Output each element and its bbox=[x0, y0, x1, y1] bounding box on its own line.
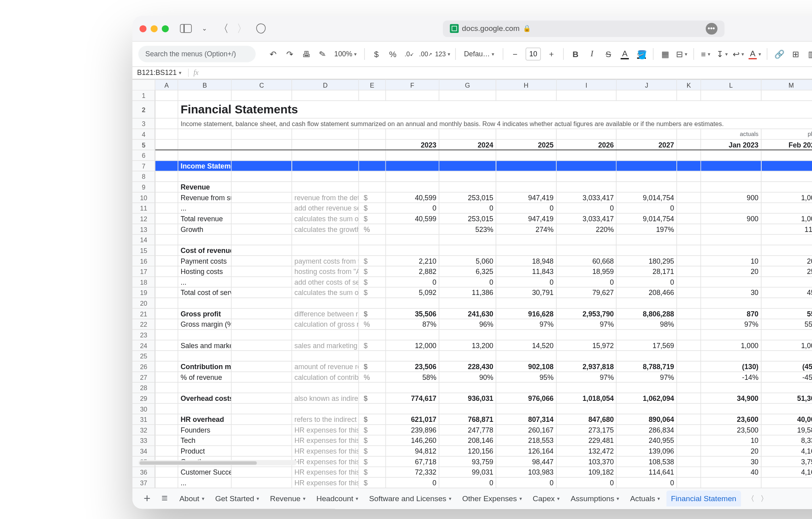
cell[interactable] bbox=[385, 245, 439, 256]
cell[interactable]: 40 bbox=[701, 467, 761, 477]
cell[interactable]: 900 bbox=[701, 192, 761, 203]
cell[interactable] bbox=[155, 256, 178, 266]
cell[interactable] bbox=[701, 150, 761, 161]
row-header[interactable]: 28 bbox=[132, 382, 155, 393]
table-row[interactable]: 19Total cost of servicecalculates the su… bbox=[132, 287, 812, 298]
cell[interactable] bbox=[155, 224, 178, 235]
cell[interactable] bbox=[385, 350, 439, 361]
privacy-shield-button[interactable] bbox=[255, 22, 268, 35]
table-row[interactable]: 34ProductHR expenses for this$94,812120,… bbox=[132, 446, 812, 456]
cell[interactable]: 5,092 bbox=[385, 287, 439, 298]
cell[interactable] bbox=[178, 171, 232, 182]
cell[interactable]: calculates the sum o bbox=[292, 213, 359, 224]
cell[interactable]: 976,066 bbox=[496, 393, 556, 404]
cell[interactable] bbox=[496, 329, 556, 340]
column-header[interactable]: H bbox=[496, 80, 556, 90]
cell[interactable] bbox=[178, 90, 232, 101]
cell[interactable] bbox=[292, 350, 359, 361]
cell[interactable]: 60,668 bbox=[556, 256, 617, 266]
cell[interactable] bbox=[232, 446, 292, 456]
cell[interactable] bbox=[556, 404, 617, 414]
print-button[interactable]: 🖶 bbox=[299, 46, 313, 61]
cell[interactable] bbox=[617, 182, 677, 192]
cell[interactable]: 847,680 bbox=[556, 414, 617, 425]
cell[interactable] bbox=[761, 350, 812, 361]
cell[interactable] bbox=[232, 361, 292, 372]
row-header[interactable]: 37 bbox=[132, 477, 155, 488]
cell[interactable] bbox=[232, 161, 292, 171]
italic-button[interactable]: I bbox=[585, 46, 599, 61]
cell[interactable] bbox=[439, 298, 496, 308]
cell[interactable]: $ bbox=[359, 425, 386, 435]
cell[interactable] bbox=[359, 140, 386, 150]
cell[interactable] bbox=[155, 129, 178, 140]
cell[interactable] bbox=[761, 150, 812, 161]
cell[interactable] bbox=[677, 361, 701, 372]
cell[interactable]: Revenue bbox=[178, 182, 232, 192]
cell[interactable] bbox=[761, 329, 812, 340]
cell[interactable] bbox=[292, 234, 359, 245]
cell[interactable]: 2024 bbox=[439, 140, 496, 150]
cell[interactable] bbox=[232, 319, 292, 329]
cell[interactable]: 20 bbox=[701, 446, 761, 456]
cell[interactable]: 97% bbox=[556, 319, 617, 329]
cell[interactable] bbox=[155, 446, 178, 456]
cell[interactable] bbox=[677, 308, 701, 319]
cell[interactable]: 30 bbox=[701, 456, 761, 467]
cell[interactable]: HR expenses for this bbox=[292, 467, 359, 477]
table-row[interactable]: 23 bbox=[132, 329, 812, 340]
cell[interactable]: 126,164 bbox=[496, 446, 556, 456]
cell[interactable] bbox=[232, 382, 292, 393]
column-header[interactable]: L bbox=[701, 80, 761, 90]
cell[interactable] bbox=[155, 361, 178, 372]
cell[interactable] bbox=[359, 129, 386, 140]
cell[interactable]: 0 bbox=[496, 477, 556, 488]
cell[interactable] bbox=[701, 329, 761, 340]
cell[interactable]: 11,386 bbox=[439, 287, 496, 298]
row-header[interactable]: 12 bbox=[132, 213, 155, 224]
table-row[interactable]: 24Sales and marketing spendsales and mar… bbox=[132, 340, 812, 351]
cell[interactable] bbox=[232, 467, 292, 477]
cell[interactable] bbox=[359, 234, 386, 245]
font-size-input[interactable]: 10 bbox=[526, 48, 541, 61]
cell[interactable]: ... bbox=[178, 277, 232, 287]
cell[interactable] bbox=[677, 435, 701, 446]
row-header[interactable]: 8 bbox=[132, 171, 155, 182]
cell[interactable]: $ bbox=[359, 340, 386, 351]
cell[interactable]: $ bbox=[359, 266, 386, 277]
cell[interactable]: 2,953,790 bbox=[556, 308, 617, 319]
table-row[interactable]: 13Growthcalculates the growth%523%274%22… bbox=[132, 224, 812, 235]
cell[interactable]: actuals bbox=[701, 129, 761, 140]
forward-button[interactable]: 〉 bbox=[236, 22, 249, 35]
cell[interactable]: 0 bbox=[496, 203, 556, 213]
cell[interactable]: Income statement, balance sheet, and cas… bbox=[178, 118, 812, 129]
cell[interactable] bbox=[155, 171, 178, 182]
row-header[interactable]: 22 bbox=[132, 319, 155, 329]
cell[interactable]: 109,182 bbox=[556, 467, 617, 477]
cell[interactable]: 774,617 bbox=[385, 393, 439, 404]
cell[interactable] bbox=[232, 203, 292, 213]
cell[interactable] bbox=[439, 171, 496, 182]
spreadsheet-grid[interactable]: ABCDEFGHIJKLMNO 12Financial Statements3I… bbox=[132, 79, 812, 488]
table-row[interactable]: 29Overhead costsalso known as indire$774… bbox=[132, 393, 812, 404]
cell[interactable]: 902,108 bbox=[496, 361, 556, 372]
cell[interactable] bbox=[155, 372, 178, 383]
cell[interactable]: 35,506 bbox=[385, 308, 439, 319]
cell[interactable]: 99,031 bbox=[439, 467, 496, 477]
cell[interactable]: 1,018,054 bbox=[556, 393, 617, 404]
cell[interactable]: 12,000 bbox=[385, 340, 439, 351]
cell[interactable]: 97% bbox=[617, 372, 677, 383]
cell[interactable] bbox=[556, 171, 617, 182]
cell[interactable] bbox=[677, 329, 701, 340]
cell[interactable]: payment costs from t bbox=[292, 256, 359, 266]
cell[interactable]: 10 bbox=[701, 435, 761, 446]
cell[interactable] bbox=[677, 213, 701, 224]
cell[interactable]: 93,759 bbox=[439, 456, 496, 467]
cell[interactable] bbox=[761, 171, 812, 182]
cell[interactable]: $ bbox=[359, 213, 386, 224]
cell[interactable]: 273,175 bbox=[556, 425, 617, 435]
cell[interactable]: 247,778 bbox=[439, 425, 496, 435]
cell[interactable] bbox=[232, 213, 292, 224]
cell[interactable]: $ bbox=[359, 256, 386, 266]
insert-link-button[interactable]: 🔗 bbox=[772, 46, 786, 61]
